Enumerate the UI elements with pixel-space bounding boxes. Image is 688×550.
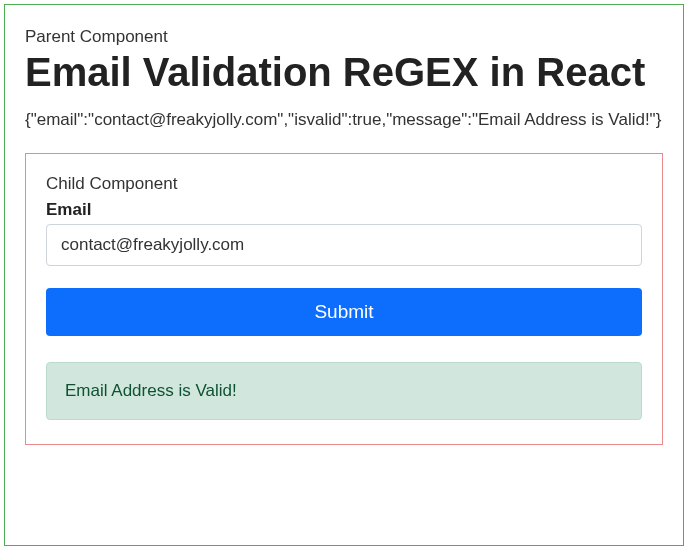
parent-component: Parent Component Email Validation ReGEX …	[4, 4, 684, 546]
email-field-label: Email	[46, 200, 642, 220]
child-component: Child Component Email Submit Email Addre…	[25, 153, 663, 445]
page-title: Email Validation ReGEX in React	[25, 49, 663, 95]
email-input[interactable]	[46, 224, 642, 266]
parent-label: Parent Component	[25, 27, 663, 47]
json-output: {"email":"contact@freakyjolly.com","isva…	[25, 107, 663, 133]
submit-button[interactable]: Submit	[46, 288, 642, 336]
success-alert: Email Address is Valid!	[46, 362, 642, 420]
child-label: Child Component	[46, 174, 642, 194]
